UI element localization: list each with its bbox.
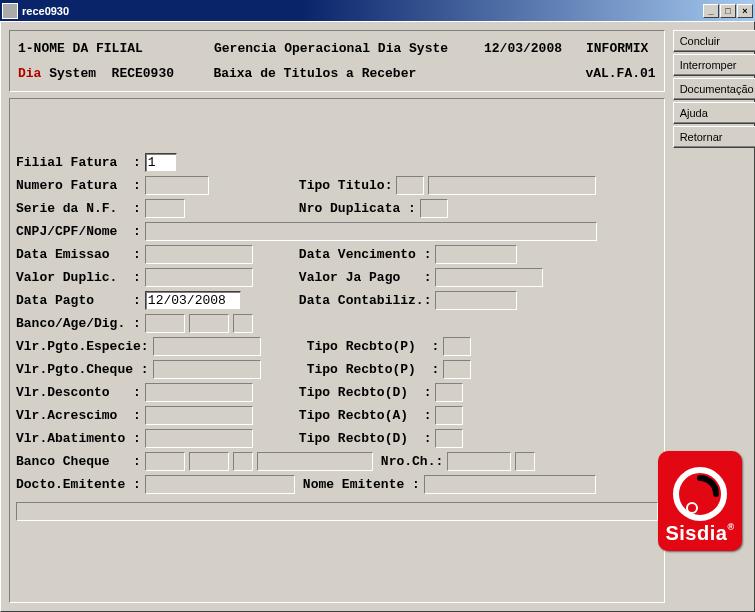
label-vlr-acrescimo: Vlr.Acrescimo :: [16, 408, 141, 423]
header-dia: Dia: [18, 66, 41, 81]
header-subtitle: Baixa de Titulos a Receber: [213, 66, 585, 81]
minimize-button[interactable]: _: [703, 4, 719, 18]
cnpj-cpf-nome-field: [145, 222, 597, 241]
label-nro-duplicata: Nro Duplicata :: [299, 201, 416, 216]
tipo-recbto-a-field[interactable]: [435, 406, 463, 425]
label-tipo-recbto-d2: Tipo Recbto(D) :: [299, 431, 432, 446]
data-vencto-field: [435, 245, 517, 264]
banco-cheque-age-field[interactable]: [189, 452, 229, 471]
data-pagto-input[interactable]: [145, 291, 241, 310]
data-emissao-field: [145, 245, 253, 264]
agencia-field[interactable]: [189, 314, 229, 333]
tipo-titulo-desc-field: [428, 176, 596, 195]
digito-field[interactable]: [233, 314, 253, 333]
header-date: 12/03/2008: [484, 41, 586, 56]
serie-nf-field[interactable]: [145, 199, 185, 218]
close-button[interactable]: ×: [737, 4, 753, 18]
label-banco-age-dig: Banco/Age/Dig. :: [16, 316, 141, 331]
vlr-desconto-field[interactable]: [145, 383, 253, 402]
nome-emitente-field[interactable]: [424, 475, 596, 494]
label-vlr-desconto: Vlr.Desconto :: [16, 385, 141, 400]
label-data-contab: Data Contabiliz.:: [299, 293, 432, 308]
vlr-abatimento-field[interactable]: [145, 429, 253, 448]
retornar-button[interactable]: Retornar: [673, 126, 755, 148]
tipo-recbto-d2-field[interactable]: [435, 429, 463, 448]
status-bar: [16, 502, 658, 521]
documentacao-button[interactable]: Documentação: [673, 78, 755, 100]
label-data-emissao: Data Emissao :: [16, 247, 141, 262]
label-vlr-pgto-cheque: Vlr.Pgto.Cheque :: [16, 362, 149, 377]
nro-duplicata-field[interactable]: [420, 199, 448, 218]
label-serie-nf: Serie da N.F. :: [16, 201, 141, 216]
nro-ch-dig-field[interactable]: [515, 452, 535, 471]
label-numero-fatura: Numero Fatura :: [16, 178, 141, 193]
concluir-button[interactable]: Concluir: [673, 30, 755, 52]
filial-fatura-input[interactable]: [145, 153, 177, 172]
header-panel: 1-NOME DA FILIAL Gerencia Operacional Di…: [9, 30, 665, 92]
vlr-acrescimo-field[interactable]: [145, 406, 253, 425]
maximize-button[interactable]: □: [720, 4, 736, 18]
banco-cheque-dig-field[interactable]: [233, 452, 253, 471]
header-version: vAL.FA.01: [585, 66, 655, 81]
svg-point-1: [687, 503, 697, 513]
numero-fatura-field[interactable]: [145, 176, 209, 195]
window-title: rece0930: [22, 5, 703, 17]
title-bar: rece0930 _ □ ×: [0, 0, 755, 21]
interromper-button[interactable]: Interromper: [673, 54, 755, 76]
ajuda-button[interactable]: Ajuda: [673, 102, 755, 124]
banco-cheque-field[interactable]: [145, 452, 185, 471]
vlr-pgto-cheque-field[interactable]: [153, 360, 261, 379]
form-panel: Filial Fatura : Numero Fatura : Tipo Tit…: [9, 98, 665, 603]
label-tipo-recbto-p2: Tipo Recbto(P) :: [307, 362, 440, 377]
header-title: Gerencia Operacional Dia Syste: [214, 41, 484, 56]
tipo-recbto-p2-field[interactable]: [443, 360, 471, 379]
label-banco-cheque: Banco Cheque :: [16, 454, 141, 469]
label-tipo-recbto-a: Tipo Recbto(A) :: [299, 408, 432, 423]
tipo-recbto-d-field[interactable]: [435, 383, 463, 402]
label-nro-ch: Nro.Ch.:: [381, 454, 443, 469]
label-data-pagto: Data Pagto :: [16, 293, 141, 308]
label-valor-duplic: Valor Duplic. :: [16, 270, 141, 285]
label-vlr-abatimento: Vlr.Abatimento :: [16, 431, 141, 446]
label-vlr-pgto-especie: Vlr.Pgto.Especie:: [16, 339, 149, 354]
label-nome-emitente: Nome Emitente :: [303, 477, 420, 492]
banco-field[interactable]: [145, 314, 185, 333]
nro-ch-field[interactable]: [447, 452, 511, 471]
header-filial: 1-NOME DA FILIAL: [18, 41, 214, 56]
header-system: System RECE0930: [41, 66, 213, 81]
label-valor-ja-pago: Valor Ja Pago :: [299, 270, 432, 285]
valor-ja-pago-field: [435, 268, 543, 287]
tipo-titulo-field[interactable]: [396, 176, 424, 195]
label-filial-fatura: Filial Fatura :: [16, 155, 141, 170]
label-tipo-recbto-p: Tipo Recbto(P) :: [307, 339, 440, 354]
docto-emitente-field[interactable]: [145, 475, 295, 494]
label-tipo-recbto-d: Tipo Recbto(D) :: [299, 385, 432, 400]
data-contab-field: [435, 291, 517, 310]
banco-cheque-desc-field: [257, 452, 373, 471]
tipo-recbto-p-field[interactable]: [443, 337, 471, 356]
label-cnpj-cpf-nome: CNPJ/CPF/Nome :: [16, 224, 141, 239]
logo-text: Sisdia: [665, 522, 727, 544]
app-icon: [2, 3, 18, 19]
label-tipo-titulo: Tipo Titulo:: [299, 178, 393, 193]
sisdia-logo: Sisdia®: [658, 451, 742, 551]
vlr-pgto-especie-field[interactable]: [153, 337, 261, 356]
swirl-icon: [672, 466, 728, 522]
header-db: INFORMIX: [586, 41, 648, 56]
valor-duplic-field: [145, 268, 253, 287]
label-docto-emitente: Docto.Emitente :: [16, 477, 141, 492]
label-data-vencto: Data Vencimento :: [299, 247, 432, 262]
